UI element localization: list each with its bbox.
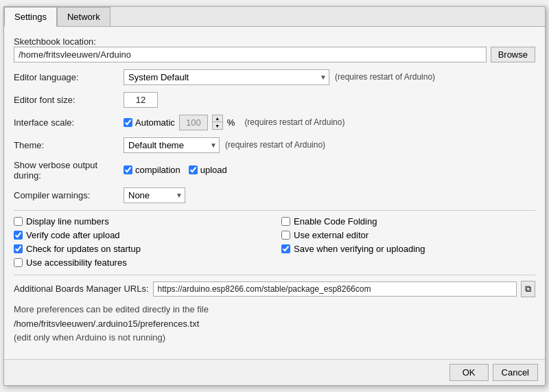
check-external-editor: Use external editor <box>281 230 535 240</box>
check-display-line-numbers: Display line numbers <box>14 216 268 227</box>
scale-up-button[interactable]: ▲ <box>213 115 222 122</box>
check-updates-label: Check for updates on startup <box>26 244 141 254</box>
copy-icon: ⧉ <box>525 284 531 295</box>
footer-line2: /home/fritsvleeuwen/.arduino15/preferenc… <box>14 319 199 329</box>
display-line-numbers-checkbox[interactable] <box>14 217 23 226</box>
browse-button[interactable]: Browse <box>491 47 535 62</box>
editor-language-row: Editor language: System Default ▼ (requi… <box>14 69 535 85</box>
theme-note: (requires restart of Arduino) <box>225 140 325 150</box>
compiler-warnings-row: Compiler warnings: None Default More All… <box>14 187 535 203</box>
verify-code-label: Verify code after upload <box>26 230 120 240</box>
settings-content: Sketchbook location: Browse Editor langu… <box>4 27 545 359</box>
footer-line3: (edit only when Arduino is not running) <box>14 332 165 343</box>
editor-language-label: Editor language: <box>14 72 124 82</box>
save-verifying-checkbox[interactable] <box>281 244 290 253</box>
divider <box>14 210 535 211</box>
boards-manager-section: Additional Boards Manager URLs: ⧉ <box>14 281 535 297</box>
compilation-checkbox[interactable] <box>124 165 132 174</box>
compiler-warnings-select-wrap: None Default More All ▼ <box>124 187 185 203</box>
accessibility-label: Use accessibility features <box>26 257 127 268</box>
theme-select[interactable]: Default theme <box>124 137 220 153</box>
interface-scale-note: (requires restart of Arduino) <box>244 117 344 127</box>
scale-down-button[interactable]: ▼ <box>213 122 222 129</box>
check-updates-startup: Check for updates on startup <box>14 244 268 254</box>
upload-label: upload <box>200 165 227 175</box>
preferences-dialog: Settings Network Sketchbook location: Br… <box>3 6 546 386</box>
scale-number-input[interactable] <box>179 115 208 130</box>
footer-text: More preferences can be edited directly … <box>14 303 535 345</box>
tab-network[interactable]: Network <box>57 7 110 27</box>
ok-button[interactable]: OK <box>449 364 489 381</box>
sketchbook-row: Browse <box>14 47 535 62</box>
boards-manager-input[interactable] <box>153 281 517 297</box>
verbose-output-label: Show verbose output during: <box>14 160 124 181</box>
editor-language-select-wrap: System Default ▼ <box>124 69 329 85</box>
compiler-warnings-select[interactable]: None Default More All <box>124 187 185 203</box>
enable-code-folding-label: Enable Code Folding <box>294 216 377 227</box>
display-line-numbers-label: Display line numbers <box>26 216 109 227</box>
editor-font-size-input[interactable] <box>124 92 158 108</box>
sketchbook-section: Sketchbook location: Browse <box>14 36 535 62</box>
tab-settings[interactable]: Settings <box>4 7 57 27</box>
check-accessibility: Use accessibility features <box>14 257 268 268</box>
scale-spinner: ▲ ▼ <box>212 115 223 130</box>
verify-code-checkbox[interactable] <box>14 231 23 240</box>
enable-code-folding-checkbox[interactable] <box>281 217 290 226</box>
editor-language-note: (requires restart of Arduino) <box>335 72 435 82</box>
compilation-wrap: compilation <box>124 165 180 175</box>
save-verifying-label: Save when verifying or uploading <box>294 244 425 254</box>
divider2 <box>14 275 535 275</box>
checkboxes-grid: Display line numbers Enable Code Folding… <box>14 216 535 268</box>
tab-bar: Settings Network <box>4 7 545 27</box>
copy-url-button[interactable]: ⧉ <box>521 281 535 297</box>
interface-scale-label: Interface scale: <box>14 117 124 128</box>
check-enable-code-folding: Enable Code Folding <box>281 216 535 227</box>
theme-label: Theme: <box>14 140 124 150</box>
footer-line1: More preferences can be edited directly … <box>14 304 209 314</box>
percent-label: % <box>227 117 235 128</box>
editor-font-size-row: Editor font size: <box>14 92 535 108</box>
dialog-footer: OK Cancel <box>4 359 545 385</box>
external-editor-checkbox[interactable] <box>281 231 290 240</box>
verbose-row: compilation upload <box>124 165 227 175</box>
check-updates-checkbox[interactable] <box>14 244 23 253</box>
check-verify-code: Verify code after upload <box>14 230 268 240</box>
theme-select-wrap: Default theme ▼ <box>124 137 220 153</box>
scale-section: Automatic ▲ ▼ % (requires restart of Ard… <box>124 115 344 130</box>
cancel-button[interactable]: Cancel <box>493 364 538 381</box>
compiler-warnings-label: Compiler warnings: <box>14 190 124 200</box>
sketchbook-input[interactable] <box>14 47 487 62</box>
accessibility-checkbox[interactable] <box>14 258 23 267</box>
compilation-label: compilation <box>135 165 180 175</box>
editor-font-size-label: Editor font size: <box>14 95 124 105</box>
automatic-wrap: Automatic <box>124 117 175 128</box>
boards-manager-label: Additional Boards Manager URLs: <box>14 284 149 294</box>
editor-language-select[interactable]: System Default <box>124 69 329 85</box>
automatic-label: Automatic <box>135 117 175 128</box>
sketchbook-label: Sketchbook location: <box>14 36 124 47</box>
upload-checkbox[interactable] <box>189 165 198 174</box>
check-save-verifying: Save when verifying or uploading <box>281 244 535 254</box>
interface-scale-row: Interface scale: Automatic ▲ ▼ % (requir… <box>14 115 535 130</box>
external-editor-label: Use external editor <box>294 230 369 240</box>
theme-row: Theme: Default theme ▼ (requires restart… <box>14 137 535 153</box>
automatic-checkbox[interactable] <box>124 118 132 127</box>
verbose-output-row: Show verbose output during: compilation … <box>14 160 535 181</box>
upload-wrap: upload <box>189 165 227 175</box>
